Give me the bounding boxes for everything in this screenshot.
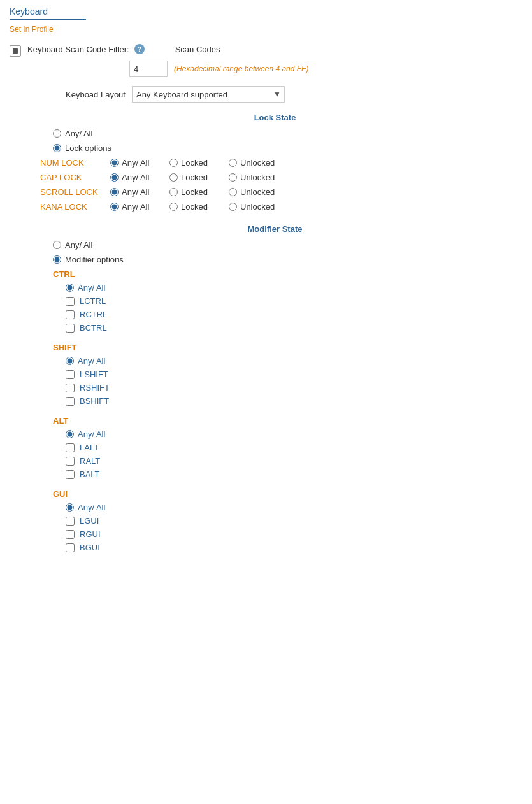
scan-input[interactable] bbox=[129, 61, 168, 77]
ctrl-rctrl-checkbox[interactable] bbox=[66, 310, 75, 319]
alt-lalt-label: LALT bbox=[80, 443, 99, 452]
lock-options-label: Lock options bbox=[65, 143, 111, 153]
alt-balt-row: BALT bbox=[66, 470, 522, 479]
ctrl-bctrl-label: BCTRL bbox=[80, 323, 107, 333]
keyboard-layout-label: Keyboad Layout bbox=[66, 90, 126, 99]
alt-title: ALT bbox=[53, 416, 522, 426]
ctrl-lctrl-label: LCTRL bbox=[80, 296, 106, 306]
cap-lock-radio-group: Any/ All Locked Unlocked bbox=[110, 173, 275, 182]
ctrl-any-all-radio[interactable] bbox=[66, 284, 74, 292]
lock-options-radio[interactable] bbox=[53, 144, 61, 152]
kana-lock-unlocked-radio[interactable] bbox=[229, 203, 237, 211]
kana-lock-any-all-radio[interactable] bbox=[110, 203, 119, 211]
modifier-options-label: Modifier options bbox=[65, 255, 124, 264]
page-title: Keyboard bbox=[10, 6, 86, 20]
kana-lock-row: KANA LOCK Any/ All Locked Unlocked bbox=[40, 202, 522, 212]
scan-code-section: Keyboard Scan Code Filter: ? Scan Codes … bbox=[10, 44, 522, 563]
num-lock-any-all-radio[interactable] bbox=[110, 159, 119, 167]
scroll-lock-name: SCROLL LOCK bbox=[40, 187, 110, 197]
num-lock-any-all-label: Any/ All bbox=[122, 158, 157, 168]
gui-any-all-radio[interactable] bbox=[66, 503, 74, 512]
gui-options: Any/ All LGUI RGUI BGUI bbox=[66, 503, 522, 552]
cap-lock-any-all: Any/ All bbox=[110, 173, 157, 182]
gui-rgui-checkbox[interactable] bbox=[66, 530, 75, 539]
gui-rgui-row: RGUI bbox=[66, 529, 522, 539]
gui-group: GUI Any/ All LGUI RGUI bbox=[27, 489, 522, 552]
scroll-lock-locked: Locked bbox=[169, 187, 216, 197]
shift-bshift-checkbox[interactable] bbox=[66, 397, 75, 406]
scroll-lock-unlocked: Unlocked bbox=[229, 187, 275, 197]
modifier-options-radio[interactable] bbox=[53, 255, 61, 264]
num-lock-row: NUM LOCK Any/ All Locked Unlocked bbox=[40, 158, 522, 168]
kana-lock-unlocked-label: Unlocked bbox=[240, 202, 275, 212]
num-lock-locked-label: Locked bbox=[181, 158, 216, 168]
ctrl-lctrl-checkbox[interactable] bbox=[66, 297, 75, 306]
cap-lock-unlocked-label: Unlocked bbox=[240, 173, 275, 182]
lock-options-container: NUM LOCK Any/ All Locked Unlocked bbox=[40, 158, 522, 212]
alt-ralt-checkbox[interactable] bbox=[66, 457, 75, 466]
modifier-options-row: Modifier options bbox=[53, 255, 522, 264]
alt-any-all-radio[interactable] bbox=[66, 430, 74, 438]
alt-any-all-label: Any/ All bbox=[78, 429, 105, 439]
scroll-lock-unlocked-radio[interactable] bbox=[229, 188, 237, 196]
lock-any-all-radio-row: Any/ All bbox=[53, 129, 522, 138]
cap-lock-any-all-radio[interactable] bbox=[110, 173, 119, 182]
shift-any-all-radio[interactable] bbox=[66, 357, 74, 365]
modifier-any-all-radio[interactable] bbox=[53, 241, 61, 249]
modifier-state-title: Modifier State bbox=[27, 224, 522, 234]
ctrl-title: CTRL bbox=[53, 269, 522, 279]
num-lock-unlocked: Unlocked bbox=[229, 158, 275, 168]
gui-title: GUI bbox=[53, 489, 522, 499]
scroll-lock-any-all-radio[interactable] bbox=[110, 188, 119, 196]
lock-state-title: Lock State bbox=[27, 113, 522, 122]
kana-lock-locked-label: Locked bbox=[181, 202, 216, 212]
gui-bgui-label: BGUI bbox=[80, 543, 100, 552]
num-lock-unlocked-label: Unlocked bbox=[240, 158, 275, 168]
shift-options: Any/ All LSHIFT RSHIFT BSHIFT bbox=[66, 356, 522, 406]
cap-lock-unlocked-radio[interactable] bbox=[229, 173, 237, 182]
shift-bshift-row: BSHIFT bbox=[66, 396, 522, 406]
gui-lgui-row: LGUI bbox=[66, 516, 522, 526]
shift-lshift-checkbox[interactable] bbox=[66, 370, 75, 379]
gui-bgui-checkbox[interactable] bbox=[66, 543, 75, 552]
ctrl-any-all-label: Any/ All bbox=[78, 283, 105, 292]
alt-ralt-row: RALT bbox=[66, 456, 522, 466]
gui-bgui-row: BGUI bbox=[66, 543, 522, 552]
ctrl-options: Any/ All LCTRL RCTRL BCTRL bbox=[66, 283, 522, 333]
lock-any-all-label: Any/ All bbox=[65, 129, 92, 138]
num-lock-unlocked-radio[interactable] bbox=[229, 159, 237, 167]
help-icon[interactable]: ? bbox=[134, 44, 145, 54]
lock-any-all-row: Any/ All Lock options bbox=[53, 129, 522, 153]
kana-lock-locked-radio[interactable] bbox=[169, 203, 178, 211]
ctrl-lctrl-row: LCTRL bbox=[66, 296, 522, 306]
num-lock-locked-radio[interactable] bbox=[169, 159, 178, 167]
ctrl-group: CTRL Any/ All LCTRL RCTRL bbox=[27, 269, 522, 333]
alt-lalt-checkbox[interactable] bbox=[66, 443, 75, 452]
alt-balt-checkbox[interactable] bbox=[66, 470, 75, 479]
modifier-section: Modifier State Any/ All Modifier options… bbox=[27, 224, 522, 552]
num-lock-name: NUM LOCK bbox=[40, 158, 110, 168]
shift-bshift-label: BSHIFT bbox=[80, 396, 109, 406]
keyboard-layout-select[interactable]: Any Keyboard supported bbox=[132, 86, 285, 103]
cap-lock-locked-radio[interactable] bbox=[169, 173, 178, 182]
shift-any-all-label: Any/ All bbox=[78, 356, 105, 366]
bullet-dot bbox=[13, 48, 18, 54]
hex-hint: (Hexadecimal range between 4 and FF) bbox=[174, 64, 308, 73]
gui-lgui-label: LGUI bbox=[80, 516, 99, 526]
alt-balt-label: BALT bbox=[80, 470, 100, 479]
lock-any-all-radio[interactable] bbox=[53, 129, 61, 138]
main-content: Keyboard Scan Code Filter: ? Scan Codes … bbox=[27, 44, 522, 563]
gui-lgui-checkbox[interactable] bbox=[66, 517, 75, 526]
shift-rshift-row: RSHIFT bbox=[66, 383, 522, 392]
modifier-any-all-row: Any/ All bbox=[53, 240, 522, 250]
lock-options-radio-row: Lock options bbox=[53, 143, 522, 153]
shift-rshift-checkbox[interactable] bbox=[66, 384, 75, 392]
ctrl-bctrl-checkbox[interactable] bbox=[66, 324, 75, 333]
scan-input-row: (Hexadecimal range between 4 and FF) bbox=[129, 61, 522, 77]
alt-options: Any/ All LALT RALT BALT bbox=[66, 429, 522, 479]
cap-lock-name: CAP LOCK bbox=[40, 173, 110, 182]
alt-group: ALT Any/ All LALT RALT bbox=[27, 416, 522, 479]
scroll-lock-locked-radio[interactable] bbox=[169, 188, 178, 196]
scan-filter-label: Keyboard Scan Code Filter: bbox=[27, 45, 129, 54]
page-container: Keyboard Set In Profile Keyboard Scan Co… bbox=[0, 0, 532, 577]
